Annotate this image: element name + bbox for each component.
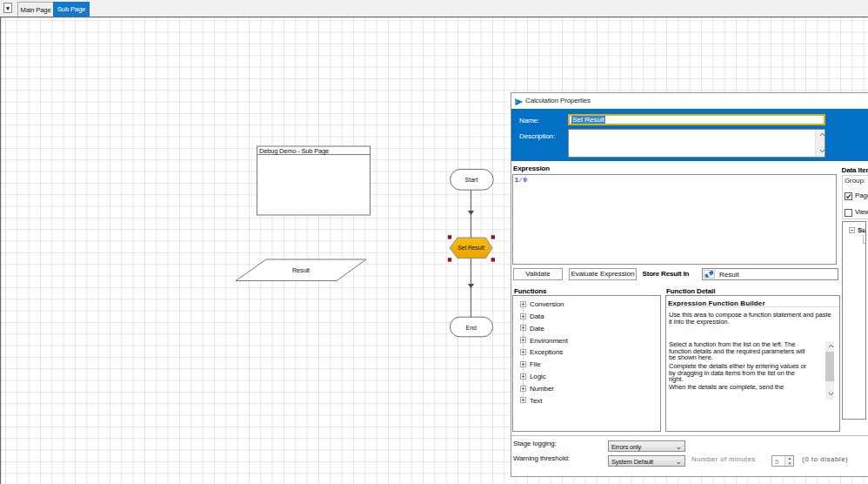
svg-text:Debug Demo - Sub Page: Debug Demo - Sub Page [259, 147, 329, 155]
svg-text:Set Result: Set Result [457, 245, 484, 251]
svg-text:Result: Result [292, 266, 310, 274]
svg-text:End: End [466, 325, 477, 331]
svg-text:Start: Start [465, 177, 478, 183]
